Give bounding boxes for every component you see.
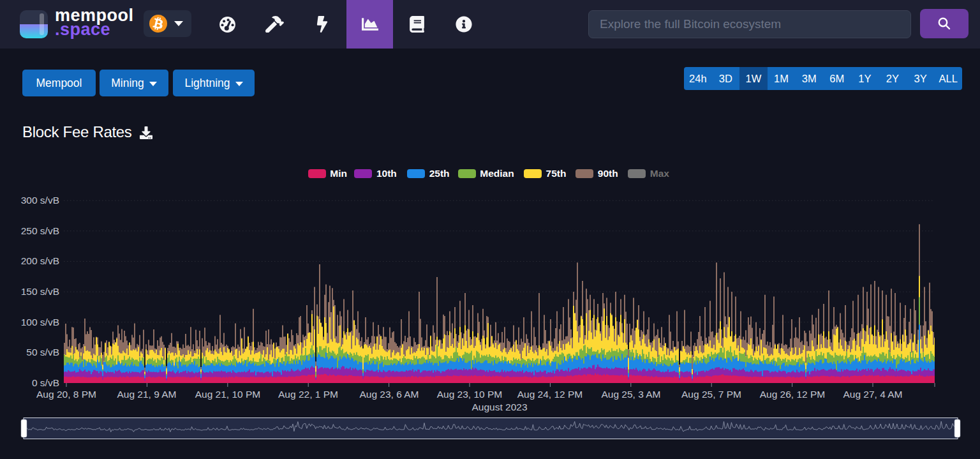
svg-text:Aug 27, 4 AM: Aug 27, 4 AM [843, 389, 902, 400]
svg-text:Aug 25, 7 PM: Aug 25, 7 PM [681, 389, 741, 400]
svg-text:50 s/vB: 50 s/vB [26, 347, 59, 357]
svg-text:Aug 23, 6 AM: Aug 23, 6 AM [359, 389, 419, 400]
svg-text:250 s/vB: 250 s/vB [21, 225, 59, 236]
svg-text:Aug 21, 9 AM: Aug 21, 9 AM [117, 389, 176, 400]
svg-text:Aug 23, 10 PM: Aug 23, 10 PM [437, 389, 503, 400]
svg-text:Aug 22, 1 PM: Aug 22, 1 PM [278, 389, 338, 400]
svg-text:Aug 24, 12 PM: Aug 24, 12 PM [517, 389, 583, 400]
svg-text:150 s/vB: 150 s/vB [21, 286, 59, 297]
svg-text:Aug 25, 3 AM: Aug 25, 3 AM [601, 389, 660, 400]
svg-text:August 2023: August 2023 [471, 402, 527, 412]
svg-text:300 s/vB: 300 s/vB [21, 195, 59, 206]
svg-text:200 s/vB: 200 s/vB [21, 255, 59, 266]
svg-text:Aug 26, 12 PM: Aug 26, 12 PM [760, 389, 826, 400]
svg-text:100 s/vB: 100 s/vB [21, 317, 59, 327]
svg-text:0 s/vB: 0 s/vB [32, 377, 59, 388]
svg-text:Aug 21, 10 PM: Aug 21, 10 PM [195, 389, 261, 400]
svg-text:Aug 20, 8 PM: Aug 20, 8 PM [36, 389, 96, 400]
